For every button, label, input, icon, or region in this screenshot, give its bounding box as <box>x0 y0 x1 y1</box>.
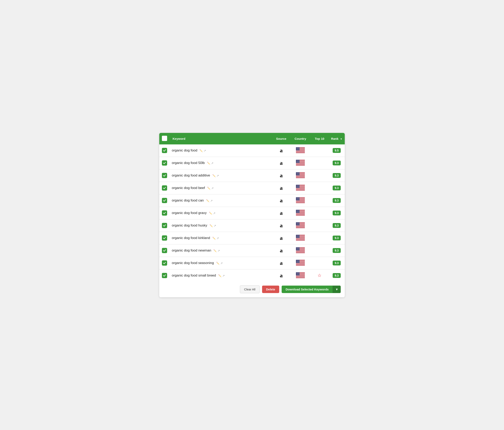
edit-icon[interactable]: ✏️ <box>207 187 210 190</box>
row-checkbox[interactable] <box>162 248 167 253</box>
row-top10 <box>310 219 329 232</box>
edit-icon[interactable]: ✏️ <box>212 237 216 240</box>
external-link-icon[interactable]: ↗ <box>210 199 213 202</box>
row-checkbox-cell[interactable] <box>159 244 170 257</box>
row-checkbox-cell[interactable] <box>159 207 170 219</box>
row-keyword: organic dog food seasoning ✏️ ↗ <box>170 257 272 269</box>
svg-text:★★★★★: ★★★★★ <box>297 174 300 175</box>
svg-rect-100 <box>296 214 305 215</box>
external-link-icon[interactable]: ↗ <box>211 187 214 190</box>
svg-rect-169 <box>296 263 305 263</box>
row-checkbox[interactable] <box>162 273 167 278</box>
row-checkbox[interactable] <box>162 210 167 216</box>
svg-rect-151 <box>296 250 305 251</box>
svg-rect-61 <box>296 188 305 188</box>
row-checkbox-cell[interactable] <box>159 157 170 169</box>
row-source: a <box>272 269 290 282</box>
row-checkbox[interactable] <box>162 185 167 191</box>
svg-rect-7 <box>296 150 305 151</box>
select-all-checkbox[interactable] <box>162 136 167 141</box>
external-link-icon[interactable]: ↗ <box>222 274 225 277</box>
row-country: ★★★★★★ ★★★★★ ★★★★★★ ★★★★★ <box>290 232 310 244</box>
external-link-icon[interactable]: ↗ <box>216 174 219 177</box>
row-checkbox-cell[interactable] <box>159 257 170 269</box>
svg-rect-172 <box>296 264 305 265</box>
keyword-actions: ✏️ ↗ <box>218 274 225 277</box>
us-flag: ★★★★★★ ★★★★★ ★★★★★★ ★★★★★ <box>296 263 305 266</box>
edit-icon[interactable]: ✏️ <box>209 224 213 227</box>
row-checkbox-cell[interactable] <box>159 219 170 232</box>
svg-rect-63 <box>296 189 305 189</box>
row-checkbox[interactable] <box>162 223 167 228</box>
row-rank: 9.3 <box>329 269 345 282</box>
row-top10 <box>310 194 329 207</box>
edit-icon[interactable]: ✏️ <box>216 262 220 265</box>
svg-text:★★★★★: ★★★★★ <box>297 199 300 200</box>
row-keyword: organic dog food husky ✏️ ↗ <box>170 219 272 232</box>
row-top10 <box>310 244 329 257</box>
row-checkbox-cell[interactable] <box>159 194 170 207</box>
svg-rect-30 <box>296 165 305 165</box>
row-checkbox[interactable] <box>162 235 167 241</box>
svg-rect-118 <box>296 227 305 227</box>
keyword-actions: ✏️ ↗ <box>209 211 216 215</box>
us-flag: ★★★★★★ ★★★★★ ★★★★★★ ★★★★★ <box>296 275 305 279</box>
download-dropdown-button[interactable]: ▼ <box>333 286 341 293</box>
svg-rect-101 <box>296 215 305 215</box>
table-row: organic dog food small breed ✏️ ↗ a ★ <box>159 269 345 282</box>
svg-rect-155 <box>296 252 305 253</box>
edit-icon[interactable]: ✏️ <box>218 274 222 277</box>
rank-badge: 9.3 <box>333 236 341 240</box>
svg-rect-25 <box>296 163 305 163</box>
edit-icon[interactable]: ✏️ <box>213 249 217 252</box>
svg-rect-8 <box>296 151 305 151</box>
svg-rect-119 <box>296 227 305 228</box>
svg-rect-44 <box>296 176 305 176</box>
external-link-icon[interactable]: ↗ <box>217 249 220 252</box>
edit-icon[interactable]: ✏️ <box>212 174 216 177</box>
clear-all-button[interactable]: Clear All <box>240 285 260 293</box>
row-keyword: organic dog food small breed ✏️ ↗ <box>170 269 272 282</box>
edit-icon[interactable]: ✏️ <box>209 211 212 215</box>
svg-rect-152 <box>296 251 305 251</box>
row-checkbox[interactable] <box>162 173 167 178</box>
external-link-icon[interactable]: ↗ <box>220 262 223 265</box>
row-checkbox-cell[interactable] <box>159 169 170 182</box>
row-keyword: organic dog food additive ✏️ ↗ <box>170 169 272 182</box>
svg-rect-98 <box>296 213 305 214</box>
svg-text:★★★★★: ★★★★★ <box>297 262 300 263</box>
edit-icon[interactable]: ✏️ <box>207 162 210 165</box>
row-checkbox[interactable] <box>162 198 167 203</box>
row-source: a <box>272 169 290 182</box>
edit-icon[interactable]: ✏️ <box>199 149 203 152</box>
keyword-text: organic dog food additive <box>172 174 210 177</box>
row-checkbox-cell[interactable] <box>159 182 170 194</box>
download-keywords-button[interactable]: Download Selected Keywords <box>282 286 333 293</box>
row-rank: 9.3 <box>329 157 345 169</box>
external-link-icon[interactable]: ↗ <box>213 211 216 215</box>
svg-text:★★★★★: ★★★★★ <box>297 187 300 188</box>
row-country: ★★★★★★ ★★★★★ ★★★★★★ ★★★★★ <box>290 182 310 194</box>
row-keyword: organic dog food can ✏️ ↗ <box>170 194 272 207</box>
header-rank[interactable]: Rank ▼ <box>329 133 345 144</box>
row-keyword: organic dog food gravy ✏️ ↗ <box>170 207 272 219</box>
us-flag: ★★★★★★ ★★★★★ ★★★★★★ ★★★★★ <box>296 213 305 216</box>
row-checkbox-cell[interactable] <box>159 269 170 282</box>
external-link-icon[interactable]: ↗ <box>211 162 214 165</box>
row-checkbox-cell[interactable] <box>159 232 170 244</box>
header-checkbox-cell[interactable] <box>159 133 170 144</box>
delete-button[interactable]: Delete <box>262 286 279 293</box>
svg-rect-66 <box>296 190 305 190</box>
row-checkbox[interactable] <box>162 160 167 165</box>
external-link-icon[interactable]: ↗ <box>214 224 216 227</box>
row-checkbox-cell[interactable] <box>159 144 170 157</box>
keyword-table: Keyword Source Country Top 10 Rank ▼ org… <box>159 133 345 282</box>
row-country: ★★★★★★ ★★★★★ ★★★★★★ ★★★★★ <box>290 194 310 207</box>
external-link-icon[interactable]: ↗ <box>216 237 219 240</box>
svg-rect-11 <box>296 152 305 153</box>
row-checkbox[interactable] <box>162 260 167 266</box>
external-link-icon[interactable]: ↗ <box>204 149 206 152</box>
row-top10[interactable]: ☆ <box>310 269 329 282</box>
edit-icon[interactable]: ✏️ <box>206 199 209 202</box>
row-checkbox[interactable] <box>162 148 167 153</box>
